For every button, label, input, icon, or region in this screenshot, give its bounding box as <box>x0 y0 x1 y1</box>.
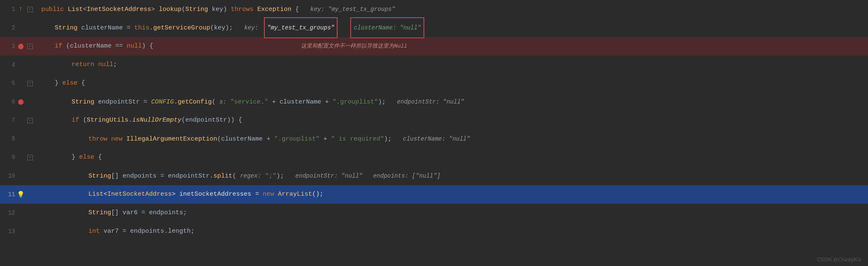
code-line-13: 13 int var7 = endpoints.length; <box>0 222 868 241</box>
line-number-7: 7 <box>3 117 15 124</box>
code-line-1: 1 ↑ − public List<InetSocketAddress> loo… <box>0 0 868 19</box>
line-number-6: 6 <box>3 98 15 105</box>
fold-icon-6 <box>26 98 34 106</box>
code-line-8: 8 throw new IllegalArgumentException(clu… <box>0 130 868 148</box>
gutter-2: 2 <box>0 24 38 32</box>
line-content-11: List<InetSocketAddress> inetSocketAddres… <box>38 185 868 204</box>
line-content-4: return null; <box>38 56 868 74</box>
gutter-10: 10 <box>0 172 38 180</box>
line-number-4: 4 <box>3 61 15 68</box>
fold-icon-7[interactable]: − <box>26 117 34 124</box>
gutter-13: 13 <box>0 228 38 235</box>
breakpoint-icon-3[interactable] <box>17 43 24 50</box>
icon-8 <box>17 135 24 143</box>
fold-icon-2 <box>26 24 34 32</box>
line-number-11: 11 <box>3 191 15 198</box>
line-content-2: String clusterName = this.getServiceGrou… <box>38 17 868 38</box>
icon-2 <box>17 24 24 32</box>
code-line-4: 4 return null; <box>0 56 868 74</box>
fold-icon-5[interactable]: − <box>26 80 34 87</box>
line-number-1: 1 <box>3 6 15 13</box>
line-content-9: } else { <box>38 148 868 167</box>
code-line-7: 7 − if (StringUtils.isNullOrEmpty(endpoi… <box>0 111 868 130</box>
icon-4 <box>17 61 24 69</box>
code-editor: 1 ↑ − public List<InetSocketAddress> loo… <box>0 0 868 266</box>
fold-icon-3[interactable]: − <box>26 43 34 50</box>
icon-9 <box>17 154 24 161</box>
icon-13 <box>17 228 24 235</box>
line-content-12: String[] var6 = endpoints; <box>38 204 868 222</box>
gutter-9: 9 − <box>0 154 38 161</box>
icon-5 <box>17 80 24 87</box>
code-line-6: 6 String endpointStr = CONFIG.getConfig(… <box>0 93 868 111</box>
gutter-8: 8 <box>0 135 38 143</box>
code-line-5: 5 − } else { <box>0 74 868 93</box>
fold-icon-1[interactable]: − <box>26 5 34 13</box>
code-line-12: 12 String[] var6 = endpoints; <box>0 204 868 222</box>
code-line-3: 3 − if (clusterName == null) { 这里和配置文件不一… <box>0 37 868 56</box>
line-content-5: } else { <box>38 74 868 93</box>
line-number-9: 9 <box>3 154 15 161</box>
code-line-10: 10 String[] endpoints = endpointStr.spli… <box>0 167 868 185</box>
icon-12 <box>17 209 24 217</box>
line-content-7: if (StringUtils.isNullOrEmpty(endpointSt… <box>38 111 868 130</box>
line-number-12: 12 <box>3 210 15 216</box>
line-number-8: 8 <box>3 136 15 142</box>
line-content-1: public List<InetSocketAddress> lookup(St… <box>38 0 868 19</box>
bulb-icon-11[interactable]: 💡 <box>17 191 24 198</box>
gutter-1: 1 ↑ − <box>0 5 38 13</box>
gutter-11: 11 💡 <box>0 191 38 198</box>
fold-icon-8 <box>26 135 34 143</box>
arrow-icon-1: ↑ <box>17 5 24 13</box>
gutter-7: 7 − <box>0 117 38 124</box>
gutter-3: 3 − <box>0 43 38 50</box>
breakpoint-icon-6[interactable] <box>17 98 24 106</box>
watermark: CSDN @CrankyKoi <box>817 257 861 263</box>
gutter-12: 12 <box>0 209 38 217</box>
code-line-9: 9 − } else { <box>0 148 868 167</box>
fold-icon-9[interactable]: − <box>26 154 34 161</box>
line-content-13: int var7 = endpoints.length; <box>38 222 868 241</box>
code-line-2: 2 String clusterName = this.getServiceGr… <box>0 19 868 37</box>
line-content-10: String[] endpoints = endpointStr.split( … <box>38 167 868 186</box>
fold-icon-10 <box>26 172 34 180</box>
icon-10 <box>17 172 24 180</box>
gutter-5: 5 − <box>0 80 38 87</box>
gutter-6: 6 <box>0 98 38 106</box>
fold-icon-4 <box>26 61 34 69</box>
line-number-5: 5 <box>3 80 15 87</box>
gutter-4: 4 <box>0 61 38 69</box>
line-number-2: 2 <box>3 24 15 31</box>
icon-7 <box>17 117 24 124</box>
fold-icon-13 <box>26 228 34 235</box>
line-content-6: String endpointStr = CONFIG.getConfig( s… <box>38 93 868 112</box>
line-number-13: 13 <box>3 228 15 235</box>
line-number-10: 10 <box>3 173 15 179</box>
fold-icon-12 <box>26 209 34 217</box>
line-content-3: if (clusterName == null) { 这里和配置文件不一样所以导… <box>38 37 868 56</box>
code-line-11: 11 💡 List<InetSocketAddress> inetSocketA… <box>0 185 868 204</box>
fold-icon-11 <box>26 191 34 198</box>
line-content-8: throw new IllegalArgumentException(clust… <box>38 130 868 149</box>
line-number-3: 3 <box>3 43 15 50</box>
